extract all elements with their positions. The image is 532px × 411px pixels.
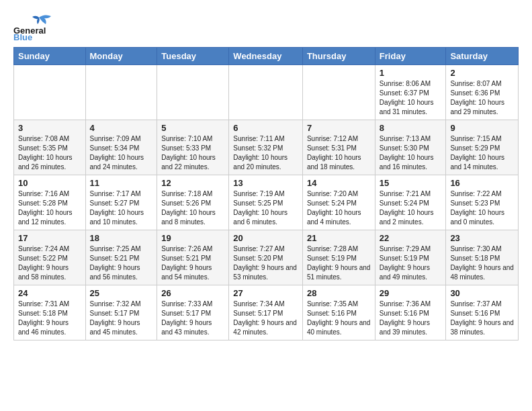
day-info: Sunrise: 7:10 AM Sunset: 5:33 PM Dayligh… [161, 134, 224, 172]
day-number: 12 [161, 178, 224, 188]
day-number: 26 [161, 288, 224, 298]
day-number: 29 [380, 288, 442, 298]
day-number: 20 [233, 233, 298, 243]
logo: General Blue [13, 11, 67, 40]
day-info: Sunrise: 7:34 AM Sunset: 5:17 PM Dayligh… [233, 300, 298, 337]
day-cell: 18Sunrise: 7:25 AM Sunset: 5:21 PM Dayli… [85, 230, 157, 285]
day-number: 4 [90, 123, 153, 133]
day-number: 21 [307, 233, 371, 243]
week-row-3: 10Sunrise: 7:16 AM Sunset: 5:28 PM Dayli… [14, 175, 519, 230]
day-cell: 20Sunrise: 7:27 AM Sunset: 5:20 PM Dayli… [229, 230, 303, 285]
day-number: 23 [450, 233, 514, 243]
day-cell: 23Sunrise: 7:30 AM Sunset: 5:18 PM Dayli… [446, 230, 519, 285]
calendar: SundayMondayTuesdayWednesdayThursdayFrid… [13, 47, 519, 340]
day-number: 14 [307, 178, 371, 188]
day-cell: 5Sunrise: 7:10 AM Sunset: 5:33 PM Daylig… [157, 120, 229, 175]
day-info: Sunrise: 7:30 AM Sunset: 5:18 PM Dayligh… [450, 244, 514, 282]
day-cell: 26Sunrise: 7:33 AM Sunset: 5:17 PM Dayli… [157, 285, 229, 340]
weekday-header-friday: Friday [375, 48, 446, 65]
day-info: Sunrise: 7:21 AM Sunset: 5:24 PM Dayligh… [380, 189, 442, 227]
weekday-header-thursday: Thursday [302, 48, 375, 65]
day-number: 1 [380, 68, 442, 78]
day-number: 5 [161, 123, 224, 133]
day-cell: 8Sunrise: 7:13 AM Sunset: 5:30 PM Daylig… [375, 120, 446, 175]
week-row-4: 17Sunrise: 7:24 AM Sunset: 5:22 PM Dayli… [14, 230, 519, 285]
day-cell: 28Sunrise: 7:35 AM Sunset: 5:16 PM Dayli… [302, 285, 375, 340]
day-info: Sunrise: 7:36 AM Sunset: 5:16 PM Dayligh… [380, 300, 442, 337]
day-info: Sunrise: 7:28 AM Sunset: 5:19 PM Dayligh… [307, 244, 371, 282]
day-info: Sunrise: 7:26 AM Sunset: 5:21 PM Dayligh… [161, 244, 224, 282]
day-info: Sunrise: 7:25 AM Sunset: 5:21 PM Dayligh… [90, 244, 153, 282]
day-number: 18 [90, 233, 153, 243]
day-cell: 6Sunrise: 7:11 AM Sunset: 5:32 PM Daylig… [229, 120, 303, 175]
day-info: Sunrise: 7:24 AM Sunset: 5:22 PM Dayligh… [18, 244, 81, 282]
day-info: Sunrise: 7:29 AM Sunset: 5:19 PM Dayligh… [380, 244, 442, 282]
week-row-5: 24Sunrise: 7:31 AM Sunset: 5:18 PM Dayli… [14, 285, 519, 340]
day-cell: 30Sunrise: 7:37 AM Sunset: 5:16 PM Dayli… [446, 285, 519, 340]
day-info: Sunrise: 8:07 AM Sunset: 6:36 PM Dayligh… [450, 79, 514, 117]
week-row-2: 3Sunrise: 7:08 AM Sunset: 5:35 PM Daylig… [14, 120, 519, 175]
weekday-header-saturday: Saturday [446, 48, 519, 65]
day-number: 30 [450, 288, 514, 298]
weekday-header-row: SundayMondayTuesdayWednesdayThursdayFrid… [14, 48, 519, 65]
day-info: Sunrise: 7:18 AM Sunset: 5:26 PM Dayligh… [161, 189, 224, 227]
day-cell [302, 65, 375, 120]
weekday-header-monday: Monday [85, 48, 157, 65]
day-cell: 15Sunrise: 7:21 AM Sunset: 5:24 PM Dayli… [375, 175, 446, 230]
day-cell: 29Sunrise: 7:36 AM Sunset: 5:16 PM Dayli… [375, 285, 446, 340]
day-number: 17 [18, 233, 81, 243]
day-info: Sunrise: 7:17 AM Sunset: 5:27 PM Dayligh… [90, 189, 153, 227]
day-info: Sunrise: 8:06 AM Sunset: 6:37 PM Dayligh… [380, 79, 442, 117]
day-cell: 25Sunrise: 7:32 AM Sunset: 5:17 PM Dayli… [85, 285, 157, 340]
day-info: Sunrise: 7:31 AM Sunset: 5:18 PM Dayligh… [18, 300, 81, 337]
day-info: Sunrise: 7:12 AM Sunset: 5:31 PM Dayligh… [307, 134, 371, 172]
day-number: 24 [18, 288, 81, 298]
logo-icon: General Blue [13, 11, 67, 40]
day-cell [85, 65, 157, 120]
day-cell: 22Sunrise: 7:29 AM Sunset: 5:19 PM Dayli… [375, 230, 446, 285]
day-number: 16 [450, 178, 514, 188]
day-number: 19 [161, 233, 224, 243]
day-number: 27 [233, 288, 298, 298]
day-cell: 1Sunrise: 8:06 AM Sunset: 6:37 PM Daylig… [375, 65, 446, 120]
day-number: 28 [307, 288, 371, 298]
day-info: Sunrise: 7:20 AM Sunset: 5:24 PM Dayligh… [307, 189, 371, 227]
day-info: Sunrise: 7:35 AM Sunset: 5:16 PM Dayligh… [307, 300, 371, 337]
weekday-header-tuesday: Tuesday [157, 48, 229, 65]
day-number: 7 [307, 123, 371, 133]
day-cell: 11Sunrise: 7:17 AM Sunset: 5:27 PM Dayli… [85, 175, 157, 230]
day-info: Sunrise: 7:33 AM Sunset: 5:17 PM Dayligh… [161, 300, 224, 337]
day-cell: 7Sunrise: 7:12 AM Sunset: 5:31 PM Daylig… [302, 120, 375, 175]
day-number: 13 [233, 178, 298, 188]
day-cell [14, 65, 86, 120]
day-cell: 10Sunrise: 7:16 AM Sunset: 5:28 PM Dayli… [14, 175, 86, 230]
day-info: Sunrise: 7:19 AM Sunset: 5:25 PM Dayligh… [233, 189, 298, 227]
svg-text:Blue: Blue [13, 32, 32, 40]
day-info: Sunrise: 7:15 AM Sunset: 5:29 PM Dayligh… [450, 134, 514, 172]
day-cell: 17Sunrise: 7:24 AM Sunset: 5:22 PM Dayli… [14, 230, 86, 285]
day-number: 22 [380, 233, 442, 243]
day-cell: 24Sunrise: 7:31 AM Sunset: 5:18 PM Dayli… [14, 285, 86, 340]
day-cell: 14Sunrise: 7:20 AM Sunset: 5:24 PM Dayli… [302, 175, 375, 230]
day-cell: 2Sunrise: 8:07 AM Sunset: 6:36 PM Daylig… [446, 65, 519, 120]
day-info: Sunrise: 7:08 AM Sunset: 5:35 PM Dayligh… [18, 134, 81, 172]
day-info: Sunrise: 7:32 AM Sunset: 5:17 PM Dayligh… [90, 300, 153, 337]
day-number: 6 [233, 123, 298, 133]
day-cell: 19Sunrise: 7:26 AM Sunset: 5:21 PM Dayli… [157, 230, 229, 285]
weekday-header-sunday: Sunday [14, 48, 86, 65]
day-cell: 3Sunrise: 7:08 AM Sunset: 5:35 PM Daylig… [14, 120, 86, 175]
day-cell: 9Sunrise: 7:15 AM Sunset: 5:29 PM Daylig… [446, 120, 519, 175]
day-info: Sunrise: 7:11 AM Sunset: 5:32 PM Dayligh… [233, 134, 298, 172]
day-info: Sunrise: 7:22 AM Sunset: 5:23 PM Dayligh… [450, 189, 514, 227]
day-number: 15 [380, 178, 442, 188]
day-cell [157, 65, 229, 120]
day-info: Sunrise: 7:13 AM Sunset: 5:30 PM Dayligh… [380, 134, 442, 172]
day-number: 9 [450, 123, 514, 133]
page: General Blue SundayMondayTuesdayWednesda… [0, 0, 532, 351]
day-cell: 13Sunrise: 7:19 AM Sunset: 5:25 PM Dayli… [229, 175, 303, 230]
day-number: 8 [380, 123, 442, 133]
day-cell: 4Sunrise: 7:09 AM Sunset: 5:34 PM Daylig… [85, 120, 157, 175]
day-info: Sunrise: 7:16 AM Sunset: 5:28 PM Dayligh… [18, 189, 81, 227]
week-row-1: 1Sunrise: 8:06 AM Sunset: 6:37 PM Daylig… [14, 65, 519, 120]
day-info: Sunrise: 7:27 AM Sunset: 5:20 PM Dayligh… [233, 244, 298, 282]
